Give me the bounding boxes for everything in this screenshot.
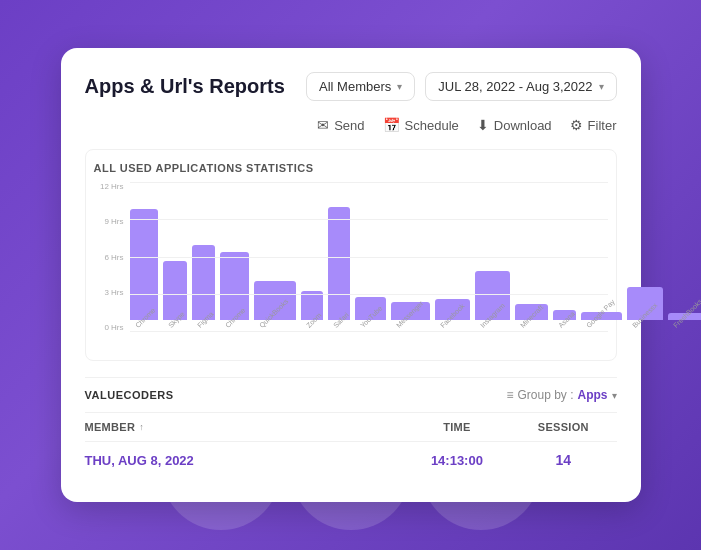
table-row: THU, AUG 8, 2022 14:13:00 14 bbox=[85, 442, 617, 478]
send-button[interactable]: ✉ Send bbox=[317, 117, 364, 133]
chevron-down-icon-2: ▾ bbox=[599, 81, 604, 92]
chevron-down-icon-3: ▾ bbox=[612, 390, 617, 401]
send-label: Send bbox=[334, 118, 364, 133]
col-header-time: TIME bbox=[404, 421, 510, 433]
bar-group: YouTube bbox=[355, 297, 387, 331]
card-header: Apps & Url's Reports All Members ▾ JUL 2… bbox=[85, 72, 617, 101]
group-by-value: Apps bbox=[578, 388, 608, 402]
table-header-row: VALUECODERS ≡ Group by : Apps ▾ bbox=[85, 378, 617, 413]
row-session: 14 bbox=[510, 452, 616, 468]
download-button[interactable]: ⬇ Download bbox=[477, 117, 552, 133]
bar-group: Minecraft bbox=[515, 304, 548, 331]
chart-bar bbox=[328, 207, 350, 320]
bar-group: Google Pay bbox=[581, 312, 622, 331]
member-col-label: MEMBER bbox=[85, 421, 136, 433]
bar-group: Chrome bbox=[130, 209, 159, 331]
chart-bar bbox=[130, 209, 159, 320]
bar-group: Facebook bbox=[435, 299, 470, 331]
page-title: Apps & Url's Reports bbox=[85, 75, 285, 98]
chart-bar bbox=[192, 245, 215, 320]
col-header-session: SESSION bbox=[510, 421, 616, 433]
bar-group: Skype bbox=[163, 261, 186, 331]
y-label-6: 6 Hrs bbox=[94, 253, 128, 262]
y-label-9: 9 Hrs bbox=[94, 217, 128, 226]
bar-group: Instagram bbox=[475, 271, 510, 331]
y-label-3: 3 Hrs bbox=[94, 288, 128, 297]
filter-button[interactable]: ⚙ Filter bbox=[570, 117, 617, 133]
calendar-icon: 📅 bbox=[383, 117, 400, 133]
bar-group: Chrome bbox=[220, 252, 249, 331]
chevron-down-icon: ▾ bbox=[397, 81, 402, 92]
row-time: 14:13:00 bbox=[404, 453, 510, 468]
send-icon: ✉ bbox=[317, 117, 329, 133]
chart-bars: ChromeSkypeFigmaChromeQuickBooksZoomSafa… bbox=[130, 182, 608, 332]
y-axis: 12 Hrs 9 Hrs 6 Hrs 3 Hrs 0 Hrs bbox=[94, 182, 128, 332]
toolbar: ✉ Send 📅 Schedule ⬇ Download ⚙ Filter bbox=[85, 117, 617, 133]
bar-group: Safari bbox=[328, 207, 350, 331]
chart-bar bbox=[163, 261, 186, 320]
col-header-member: MEMBER ↑ bbox=[85, 421, 404, 433]
table-section: VALUECODERS ≡ Group by : Apps ▾ MEMBER ↑… bbox=[85, 377, 617, 478]
chart-container: 12 Hrs 9 Hrs 6 Hrs 3 Hrs 0 Hrs ChromeSky… bbox=[94, 182, 608, 352]
header-controls: All Members ▾ JUL 28, 2022 - Aug 3,2022 … bbox=[306, 72, 616, 101]
row-member: THU, AUG 8, 2022 bbox=[85, 453, 404, 468]
members-filter-label: All Members bbox=[319, 79, 391, 94]
schedule-button[interactable]: 📅 Schedule bbox=[383, 117, 459, 133]
bar-group: FreshBooks bbox=[668, 313, 701, 331]
main-card: Apps & Url's Reports All Members ▾ JUL 2… bbox=[61, 48, 641, 502]
bar-group: QuickBooks bbox=[254, 281, 295, 331]
schedule-label: Schedule bbox=[405, 118, 459, 133]
bar-group: Zoom bbox=[301, 291, 323, 331]
download-icon: ⬇ bbox=[477, 117, 489, 133]
bar-group: Messenger bbox=[391, 302, 430, 331]
filter-label: Filter bbox=[588, 118, 617, 133]
date-range-button[interactable]: JUL 28, 2022 - Aug 3,2022 ▾ bbox=[425, 72, 616, 101]
bar-group: Asana bbox=[553, 310, 577, 331]
col-headers: MEMBER ↑ TIME SESSION bbox=[85, 413, 617, 442]
sort-arrow-icon: ↑ bbox=[139, 422, 144, 432]
y-label-12: 12 Hrs bbox=[94, 182, 128, 191]
filter-lines-icon: ≡ bbox=[506, 388, 513, 402]
members-filter-button[interactable]: All Members ▾ bbox=[306, 72, 415, 101]
group-by-text: Group by : bbox=[517, 388, 573, 402]
bar-group: Figma bbox=[192, 245, 215, 331]
y-label-0: 0 Hrs bbox=[94, 323, 128, 332]
date-range-label: JUL 28, 2022 - Aug 3,2022 bbox=[438, 79, 592, 94]
download-label: Download bbox=[494, 118, 552, 133]
filter-icon: ⚙ bbox=[570, 117, 583, 133]
chart-area: ALL USED APPLICATIONS STATISTICS 12 Hrs … bbox=[85, 149, 617, 361]
group-by-control[interactable]: ≡ Group by : Apps ▾ bbox=[506, 388, 616, 402]
org-label: VALUECODERS bbox=[85, 389, 174, 401]
bar-group: Businessx bbox=[627, 287, 663, 331]
chart-title: ALL USED APPLICATIONS STATISTICS bbox=[94, 162, 608, 174]
